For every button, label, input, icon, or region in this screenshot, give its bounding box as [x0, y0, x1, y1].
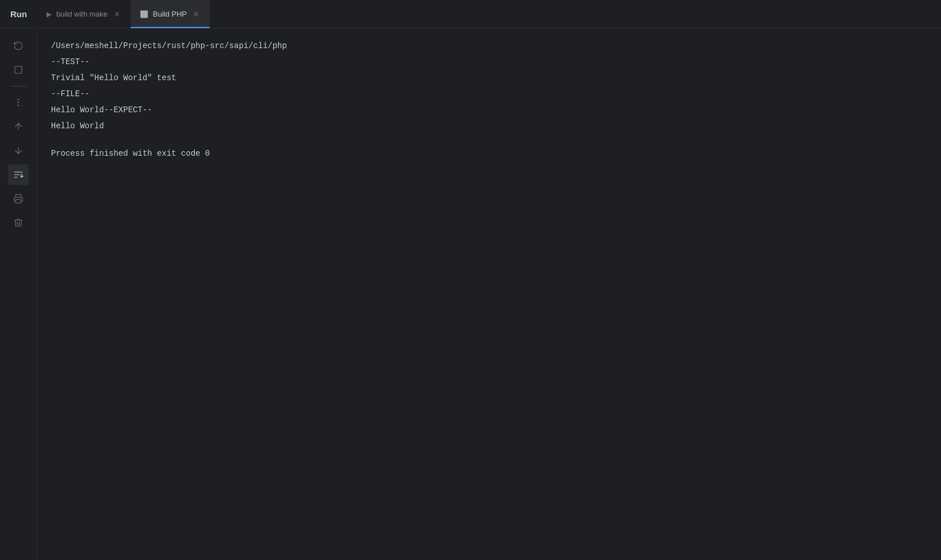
print-icon: [13, 194, 23, 204]
svg-point-1: [18, 99, 19, 100]
output-line-3: Trivial "Hello World" test: [51, 70, 927, 86]
scroll-up-button[interactable]: [8, 116, 29, 137]
clear-button[interactable]: [8, 212, 29, 233]
trash-icon: [13, 218, 23, 228]
tab-close-button[interactable]: ✕: [191, 10, 201, 19]
tab-label: build with make: [56, 10, 108, 18]
svg-point-2: [18, 102, 19, 103]
output-line-6: Hello World: [51, 118, 927, 134]
stop-button[interactable]: [8, 60, 29, 80]
output-line-1: /Users/meshell/Projects/rust/php-src/sap…: [51, 38, 927, 54]
stop-icon: [13, 65, 23, 75]
output-line-7: Process finished with exit code 0: [51, 145, 927, 161]
sidebar-divider: [10, 86, 26, 86]
restart-icon: [13, 41, 23, 51]
svg-point-3: [18, 105, 19, 107]
output-line-4: --FILE--: [51, 86, 927, 102]
tab-terminal-icon: ⬜: [140, 10, 148, 18]
svg-rect-0: [15, 66, 22, 73]
tab-build-php[interactable]: ⬜ Build PHP ✕: [131, 0, 210, 28]
output-line-2: --TEST--: [51, 54, 927, 70]
sidebar: [0, 29, 37, 560]
tab-play-icon: ▶: [46, 10, 52, 18]
print-button[interactable]: [8, 188, 29, 209]
output-area: /Users/meshell/Projects/rust/php-src/sap…: [37, 29, 941, 560]
main-area: /Users/meshell/Projects/rust/php-src/sap…: [0, 29, 941, 560]
scroll-down-button[interactable]: [8, 140, 29, 161]
sort-down-icon: [13, 169, 23, 180]
sort-down-button[interactable]: [8, 164, 29, 185]
more-icon: [13, 97, 23, 108]
tab-build-with-make[interactable]: ▶ build with make ✕: [37, 0, 131, 28]
scroll-down-icon: [13, 145, 23, 156]
output-spacer: [51, 134, 927, 145]
tab-bar: Run ▶ build with make ✕ ⬜ Build PHP ✕: [0, 0, 941, 29]
scroll-up-icon: [13, 121, 23, 132]
tab-close-button[interactable]: ✕: [112, 10, 121, 19]
output-line-5: Hello World--EXPECT--: [51, 102, 927, 118]
run-label: Run: [0, 0, 37, 28]
more-options-button[interactable]: [8, 92, 29, 113]
svg-rect-10: [16, 200, 21, 203]
restart-button[interactable]: [8, 36, 29, 56]
tab-label: Build PHP: [153, 10, 187, 18]
